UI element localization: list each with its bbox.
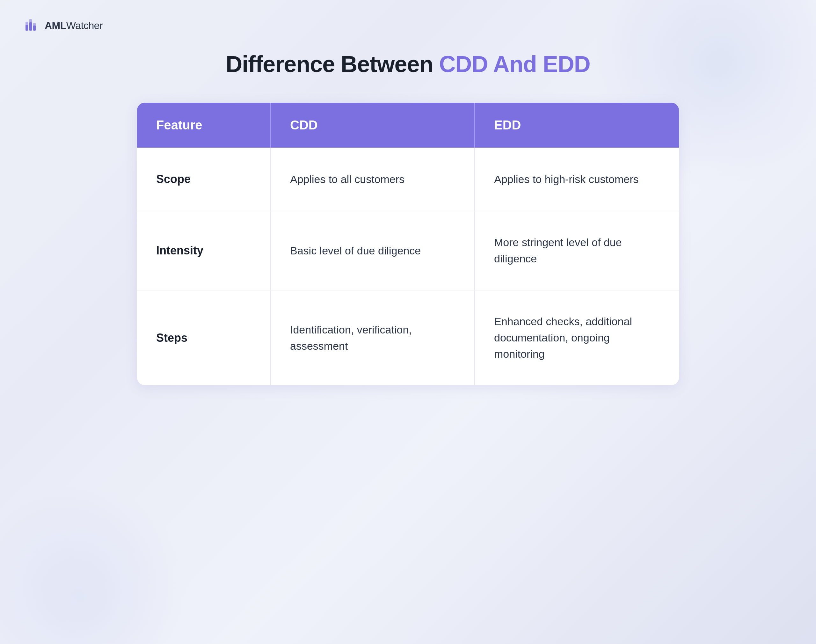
table-body: Scope Applies to all customers Applies t… (137, 147, 679, 385)
title-prefix: Difference Between (226, 51, 439, 77)
table-header: Feature CDD EDD (137, 103, 679, 147)
table-row: Steps Identification, verification, asse… (137, 290, 679, 385)
table-row: Scope Applies to all customers Applies t… (137, 147, 679, 212)
row-intensity-cdd: Basic level of due diligence (271, 212, 475, 290)
header-edd: EDD (475, 103, 679, 147)
header-feature: Feature (137, 103, 271, 147)
title-highlight: CDD And EDD (439, 51, 590, 77)
row-scope-edd: Applies to high-risk customers (475, 147, 679, 211)
row-steps-cdd: Identification, verification, assessment (271, 290, 475, 385)
header-cdd: CDD (271, 103, 475, 147)
row-scope-cdd: Applies to all customers (271, 147, 475, 211)
page-title: Difference Between CDD And EDD (226, 51, 590, 77)
row-intensity-feature: Intensity (137, 212, 271, 290)
row-steps-edd: Enhanced checks, additional documentatio… (475, 290, 679, 385)
comparison-table: Feature CDD EDD Scope Applies to all cus… (137, 103, 679, 385)
main-content: Difference Between CDD And EDD Feature C… (0, 0, 816, 385)
row-intensity-edd: More stringent level of due diligence (475, 212, 679, 290)
table-row: Intensity Basic level of due diligence M… (137, 212, 679, 290)
row-scope-feature: Scope (137, 147, 271, 211)
row-steps-feature: Steps (137, 290, 271, 385)
